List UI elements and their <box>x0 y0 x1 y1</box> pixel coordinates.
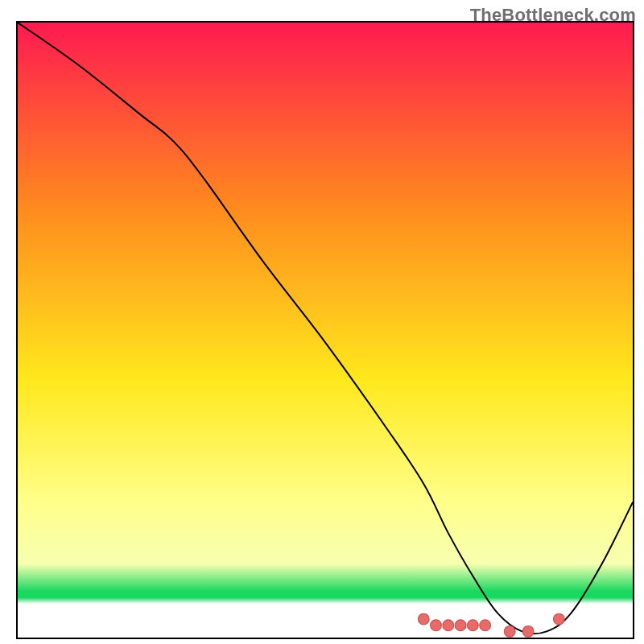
highlight-dots <box>418 613 564 637</box>
plot-area <box>16 21 634 639</box>
highlight-dot <box>522 625 534 637</box>
highlight-dot <box>553 613 564 625</box>
highlight-dot <box>480 620 491 631</box>
highlight-dot <box>431 620 442 631</box>
highlight-dot <box>455 620 466 631</box>
highlight-dot <box>504 625 515 637</box>
highlight-dot <box>443 620 454 631</box>
chart-frame: TheBottleneck.com <box>0 0 644 644</box>
highlight-dots-layer <box>18 23 633 638</box>
highlight-dot <box>467 620 478 631</box>
highlight-dot <box>418 613 429 625</box>
